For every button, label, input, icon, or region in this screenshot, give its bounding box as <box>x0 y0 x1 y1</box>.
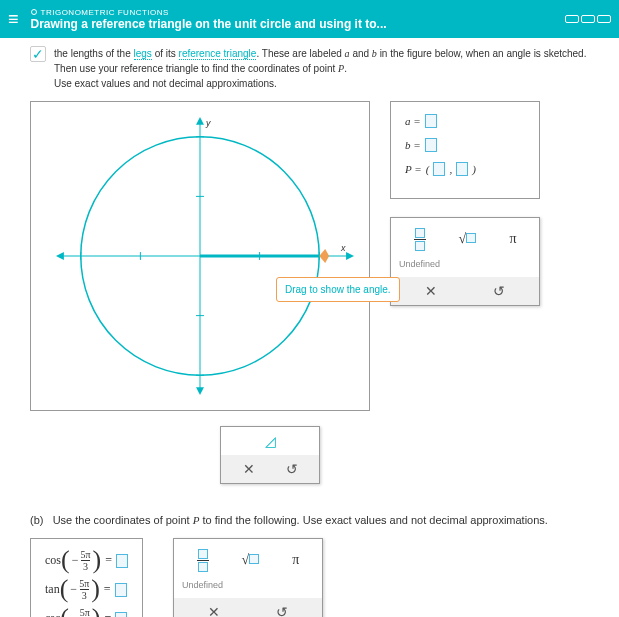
fraction-tool[interactable] <box>414 226 426 251</box>
header-category: TRIGONOMETRIC FUNCTIONS <box>31 8 565 17</box>
svg-marker-16 <box>319 249 329 263</box>
link-legs[interactable]: legs <box>134 48 152 60</box>
svg-marker-5 <box>346 252 354 260</box>
checkmark-icon[interactable]: ✓ <box>30 46 46 62</box>
reset-button[interactable]: ↺ <box>493 283 505 299</box>
sqrt-tool[interactable]: √ <box>459 231 477 247</box>
unit-circle-diagram[interactable]: y x Drag to show the angle. <box>30 101 370 411</box>
intro-row: ✓ the lengths of the legs of its referen… <box>30 46 589 91</box>
part-b-label: (b) Use the coordinates of point P to fi… <box>30 514 589 526</box>
eq-tan: tan(−5π3)= <box>45 578 128 601</box>
input-px[interactable] <box>433 162 445 176</box>
close-button[interactable]: ✕ <box>425 283 437 299</box>
math-toolbox-b: √ π Undefined ✕ ↺ <box>173 538 323 617</box>
input-tan[interactable] <box>115 583 127 597</box>
answer-b: b = <box>405 138 525 152</box>
svg-marker-4 <box>56 252 64 260</box>
diagram-col: y x Drag to show the angle. ◿ ✕ ↺ <box>30 101 370 484</box>
undefined-tool[interactable]: Undefined <box>174 580 322 598</box>
pi-tool[interactable]: π <box>509 231 516 247</box>
equations-box: cos(−5π3)= tan(−5π3)= csc(−5π3)= <box>30 538 143 617</box>
answer-a: a = <box>405 114 525 128</box>
intro-text: the lengths of the legs of its reference… <box>52 46 586 91</box>
part-b-row: cos(−5π3)= tan(−5π3)= csc(−5π3)= √ π Und… <box>30 538 589 617</box>
input-csc[interactable] <box>115 612 127 618</box>
input-a[interactable] <box>425 114 437 128</box>
window-controls[interactable] <box>565 15 611 23</box>
link-reference-triangle[interactable]: reference triangle <box>179 48 257 60</box>
header-text: TRIGONOMETRIC FUNCTIONS Drawing a refere… <box>31 8 565 31</box>
menu-icon[interactable]: ≡ <box>8 9 19 30</box>
undefined-tool[interactable]: Undefined <box>391 259 539 277</box>
math-toolbox: √ π Undefined ✕ ↺ <box>390 217 540 306</box>
pi-tool[interactable]: π <box>292 552 299 568</box>
reset-button[interactable]: ↺ <box>286 461 298 477</box>
circle-icon <box>31 9 37 15</box>
fraction-tool[interactable] <box>197 547 209 572</box>
x-axis-label: x <box>340 243 346 253</box>
angle-toolbox: ◿ ✕ ↺ <box>220 426 320 484</box>
answers-box: a = b = P = (, ) <box>390 101 540 199</box>
eq-cos: cos(−5π3)= <box>45 549 128 572</box>
main-row: y x Drag to show the angle. ◿ ✕ ↺ a = b … <box>30 101 589 484</box>
right-column: a = b = P = (, ) √ π Undefined ✕ ↺ <box>390 101 540 306</box>
input-b[interactable] <box>425 138 437 152</box>
header-title: Drawing a reference triangle on the unit… <box>31 17 565 31</box>
drag-hint: Drag to show the angle. <box>276 277 400 302</box>
angle-draw-icon[interactable]: ◿ <box>265 433 276 449</box>
svg-marker-3 <box>196 387 204 395</box>
y-axis-label: y <box>205 118 211 128</box>
close-button[interactable]: ✕ <box>243 461 255 477</box>
reset-button[interactable]: ↺ <box>276 604 288 617</box>
close-button[interactable]: ✕ <box>208 604 220 617</box>
sqrt-tool[interactable]: √ <box>242 552 260 568</box>
content: ✓ the lengths of the legs of its referen… <box>0 38 619 617</box>
input-py[interactable] <box>456 162 468 176</box>
input-cos[interactable] <box>116 554 128 568</box>
answer-p: P = (, ) <box>405 162 525 176</box>
app-header: ≡ TRIGONOMETRIC FUNCTIONS Drawing a refe… <box>0 0 619 38</box>
svg-marker-2 <box>196 117 204 125</box>
eq-csc: csc(−5π3)= <box>45 607 128 617</box>
